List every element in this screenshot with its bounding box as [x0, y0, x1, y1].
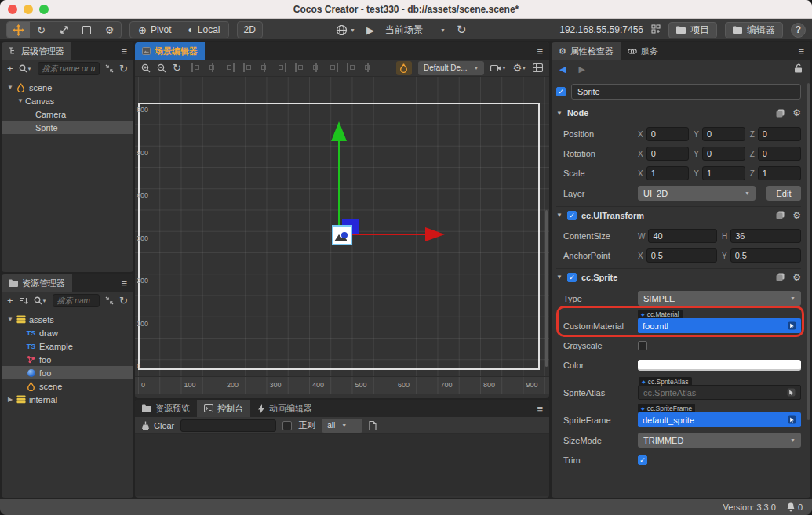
- move-tool-button[interactable]: [7, 21, 30, 38]
- position-z-input[interactable]: [758, 127, 801, 141]
- scale-z-input[interactable]: [758, 166, 801, 180]
- hierarchy-search-input[interactable]: [38, 62, 100, 75]
- docs-icon[interactable]: [776, 273, 785, 281]
- zoom-out-button[interactable]: [157, 63, 166, 73]
- node-name-input[interactable]: [571, 84, 801, 100]
- assets-menu-button[interactable]: ≡: [115, 274, 133, 292]
- gear-icon[interactable]: ⚙: [792, 210, 801, 221]
- tree-item-Camera[interactable]: Camera: [2, 107, 133, 121]
- sprite-section-header[interactable]: ▼ ✓ cc.Sprite ⚙: [556, 268, 801, 285]
- tree-item-scene[interactable]: ▼scene: [2, 81, 133, 94]
- camera-preset-dropdown[interactable]: Default De...▼: [418, 61, 485, 75]
- minimize-window-button[interactable]: [24, 5, 33, 14]
- color-swatch[interactable]: [638, 360, 801, 371]
- tree-item-foo[interactable]: foo: [2, 366, 133, 379]
- scene-settings-button[interactable]: ⚙▼: [512, 62, 526, 74]
- tab-service[interactable]: 服务: [621, 42, 665, 60]
- custom-material-field[interactable]: ◆cc.Material foo.mtl: [638, 318, 801, 333]
- align-left-icon[interactable]: [242, 63, 253, 73]
- tab-assets[interactable]: 资源管理器: [2, 274, 72, 292]
- gizmo-settings-button[interactable]: ⚙: [98, 21, 121, 38]
- expand-arrow-icon[interactable]: ▼: [16, 97, 25, 104]
- node-active-checkbox[interactable]: ✓: [556, 87, 566, 96]
- position-x-input[interactable]: [646, 127, 690, 141]
- sprite-node[interactable]: [332, 225, 352, 245]
- trim-checkbox[interactable]: ✓: [638, 455, 647, 465]
- expand-arrow-icon[interactable]: ▼: [5, 316, 15, 323]
- tree-item-Canvas[interactable]: ▼Canvas: [2, 94, 133, 107]
- regex-checkbox[interactable]: [282, 421, 292, 430]
- asset-picker-button[interactable]: [788, 415, 796, 424]
- pivot-toggle-button[interactable]: ⊕Pivot: [130, 21, 180, 38]
- tree-item-draw[interactable]: TSdraw: [2, 326, 133, 339]
- tab-inspector[interactable]: ⚙ 属性检查器: [552, 42, 621, 60]
- docs-icon[interactable]: [776, 211, 785, 219]
- align-right-icon[interactable]: [277, 63, 287, 73]
- open-editor-folder-button[interactable]: 编辑器: [725, 22, 783, 38]
- qr-code-icon[interactable]: [651, 23, 661, 37]
- collapse-all-button[interactable]: [105, 64, 114, 73]
- refresh-button[interactable]: ↻: [119, 295, 128, 306]
- gizmo-y-arrow-icon[interactable]: [331, 121, 347, 141]
- tree-item-Sprite[interactable]: Sprite: [2, 121, 133, 134]
- stretch-fill-icon[interactable]: [363, 63, 373, 73]
- hierarchy-menu-button[interactable]: ≡: [115, 42, 133, 60]
- rotation-z-input[interactable]: [758, 147, 801, 161]
- sprite-frame-field[interactable]: ◆cc.SpriteFrame default_sprite: [638, 412, 801, 427]
- tree-item-assets[interactable]: ▼assets: [2, 313, 133, 326]
- console-output[interactable]: [135, 434, 549, 496]
- scale-x-input[interactable]: [646, 166, 690, 180]
- gizmo-light-button[interactable]: [396, 61, 412, 75]
- asset-picker-button[interactable]: [788, 321, 796, 330]
- scene-camera-button[interactable]: ▼: [490, 64, 506, 72]
- sprite-enabled-checkbox[interactable]: ✓: [567, 273, 577, 282]
- size-mode-dropdown[interactable]: TRIMMED▼: [638, 433, 801, 448]
- uitransform-enabled-checkbox[interactable]: ✓: [567, 211, 577, 220]
- nav-back-button[interactable]: ◀: [559, 64, 566, 74]
- 2d-3d-toggle-button[interactable]: 2D: [237, 21, 263, 38]
- gear-icon[interactable]: ⚙: [792, 272, 801, 283]
- console-menu-button[interactable]: ≡: [530, 400, 549, 417]
- viewport-vertical-scrollbar[interactable]: [545, 210, 548, 367]
- zoom-in-button[interactable]: [141, 63, 151, 73]
- tab-hierarchy[interactable]: 层级管理器: [2, 42, 71, 60]
- edit-layers-button[interactable]: Edit: [766, 186, 801, 201]
- scene-menu-button[interactable]: ≡: [530, 42, 549, 60]
- distribute-v-icon[interactable]: [311, 63, 322, 73]
- reset-view-button[interactable]: ↻: [173, 62, 181, 74]
- stretch-v-icon[interactable]: [346, 63, 356, 73]
- distribute-h-icon[interactable]: [294, 63, 304, 73]
- collapse-all-button[interactable]: [105, 296, 114, 305]
- tab-scene-editor[interactable]: 场景编辑器: [135, 42, 205, 60]
- scale-y-input[interactable]: [702, 166, 745, 180]
- maximize-window-button[interactable]: [39, 5, 49, 14]
- tab-console[interactable]: 控制台: [197, 400, 250, 417]
- rect-tool-button[interactable]: [75, 21, 98, 38]
- export-log-button[interactable]: [369, 421, 377, 430]
- sprite-type-dropdown[interactable]: SIMPLE▼: [638, 291, 801, 306]
- nav-forward-button[interactable]: ▶: [578, 64, 584, 74]
- gear-icon[interactable]: ⚙: [792, 107, 801, 118]
- scene-viewport[interactable]: 6005004003002001000: [135, 77, 549, 376]
- align-hcenter-icon[interactable]: [260, 63, 270, 73]
- align-bottom-icon[interactable]: [225, 63, 235, 73]
- assets-search-input[interactable]: [53, 294, 100, 307]
- tree-item-scene[interactable]: scene: [2, 379, 133, 393]
- refresh-button[interactable]: ↻: [119, 63, 128, 74]
- asset-picker-button[interactable]: [787, 388, 796, 397]
- search-filter-button[interactable]: ▼: [19, 64, 32, 73]
- anchor-x-input[interactable]: [646, 248, 717, 263]
- console-filter-input[interactable]: [180, 419, 276, 432]
- preview-browser-button[interactable]: ▼: [336, 24, 355, 36]
- expand-arrow-icon[interactable]: ▼: [5, 84, 15, 91]
- layer-dropdown[interactable]: UI_2D▼: [638, 186, 756, 201]
- help-button[interactable]: ?: [791, 23, 806, 38]
- align-vcenter-icon[interactable]: [208, 63, 218, 73]
- log-level-dropdown[interactable]: all▼: [322, 419, 362, 433]
- tree-item-internal[interactable]: ▶internal: [2, 393, 133, 406]
- rotate-tool-button[interactable]: ↻: [30, 21, 53, 38]
- notifications-button[interactable]: 0: [787, 502, 803, 512]
- close-window-button[interactable]: [8, 5, 17, 14]
- align-top-icon[interactable]: [191, 63, 201, 73]
- anchor-y-input[interactable]: [730, 248, 801, 263]
